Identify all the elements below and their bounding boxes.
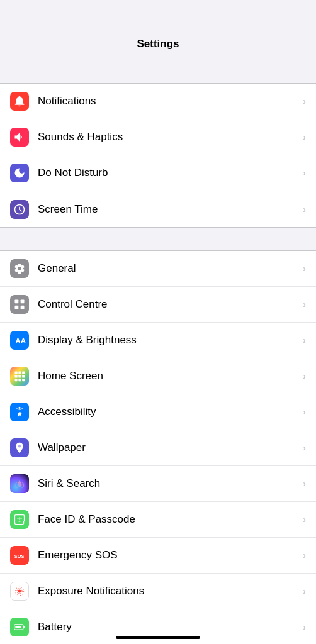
settings-row-wallpaper[interactable]: Wallpaper › (0, 430, 316, 466)
svg-rect-9 (18, 375, 21, 377)
accessibility-icon (10, 402, 29, 421)
battery-label: Battery (38, 621, 298, 633)
settings-row-home-screen[interactable]: Home Screen › (0, 358, 316, 394)
svg-rect-2 (15, 306, 19, 309)
settings-row-dnd[interactable]: Do Not Disturb › (0, 155, 316, 191)
notifications-icon (10, 92, 29, 111)
emergency-sos-icon: SOS (10, 546, 29, 565)
emergency-sos-chevron: › (303, 550, 306, 560)
svg-rect-0 (15, 300, 19, 304)
home-bar (116, 636, 200, 639)
sounds-chevron: › (303, 132, 306, 142)
nav-header: Settings (0, 28, 316, 60)
emergency-sos-label: Emergency SOS (38, 549, 298, 562)
settings-row-general[interactable]: General › (0, 251, 316, 287)
svg-point-16 (16, 445, 18, 447)
wallpaper-chevron: › (303, 443, 306, 453)
svg-point-17 (21, 445, 23, 447)
settings-row-notifications[interactable]: Notifications › (0, 84, 316, 119)
settings-row-sounds[interactable]: Sounds & Haptics › (0, 119, 316, 155)
display-label: Display & Brightness (38, 334, 298, 347)
dnd-icon (10, 164, 29, 182)
screen-time-chevron: › (303, 204, 306, 214)
screen-time-label: Screen Time (38, 203, 298, 216)
svg-rect-25 (15, 626, 21, 628)
settings-row-emergency-sos[interactable]: SOS Emergency SOS › (0, 538, 316, 574)
settings-row-siri[interactable]: Siri & Search › (0, 466, 316, 502)
settings-row-face-id[interactable]: Face ID & Passcode › (0, 502, 316, 538)
wallpaper-label: Wallpaper (38, 441, 298, 454)
wallpaper-icon (10, 438, 29, 457)
face-id-icon (10, 510, 29, 529)
svg-rect-11 (15, 379, 18, 381)
svg-point-14 (18, 407, 20, 409)
home-screen-label: Home Screen (38, 370, 298, 382)
battery-icon (10, 618, 29, 636)
status-bar (0, 0, 316, 28)
svg-point-18 (18, 518, 19, 519)
svg-rect-1 (21, 300, 25, 304)
accessibility-chevron: › (303, 407, 306, 417)
section-1: Notifications › Sounds & Haptics › Do No… (0, 83, 316, 228)
siri-chevron: › (303, 479, 306, 489)
svg-rect-26 (23, 626, 25, 628)
notifications-chevron: › (303, 96, 306, 106)
svg-rect-5 (15, 372, 18, 374)
svg-text:SOS: SOS (14, 553, 25, 559)
svg-text:AA: AA (15, 336, 26, 345)
svg-rect-13 (22, 379, 25, 381)
siri-icon (10, 474, 29, 493)
screen-time-icon (10, 200, 29, 219)
general-chevron: › (303, 264, 306, 274)
exposure-chevron: › (303, 586, 306, 596)
control-centre-label: Control Centre (38, 298, 298, 311)
exposure-label: Exposure Notifications (38, 585, 298, 597)
svg-point-21 (18, 590, 21, 593)
dnd-label: Do Not Disturb (38, 167, 298, 179)
svg-point-19 (21, 518, 22, 519)
siri-label: Siri & Search (38, 477, 298, 490)
svg-rect-7 (22, 372, 25, 374)
accessibility-label: Accessibility (38, 406, 298, 418)
display-icon: AA (10, 331, 29, 350)
home-screen-icon (10, 367, 29, 386)
control-centre-chevron: › (303, 299, 306, 309)
settings-row-control-centre[interactable]: Control Centre › (0, 287, 316, 323)
face-id-chevron: › (303, 514, 306, 525)
svg-rect-6 (18, 372, 21, 374)
svg-rect-12 (18, 379, 21, 381)
sounds-icon (10, 128, 29, 147)
settings-row-screen-time[interactable]: Screen Time › (0, 191, 316, 227)
notifications-label: Notifications (38, 95, 298, 108)
nav-title: Settings (137, 38, 179, 50)
svg-rect-10 (22, 375, 25, 377)
display-chevron: › (303, 335, 306, 345)
sounds-label: Sounds & Haptics (38, 131, 298, 143)
general-icon (10, 259, 29, 278)
control-centre-icon (10, 295, 29, 314)
svg-rect-3 (21, 306, 25, 309)
battery-chevron: › (303, 622, 306, 632)
settings-row-accessibility[interactable]: Accessibility › (0, 394, 316, 430)
svg-rect-8 (15, 375, 18, 377)
home-screen-chevron: › (303, 371, 306, 381)
general-label: General (38, 262, 298, 275)
face-id-label: Face ID & Passcode (38, 513, 298, 526)
exposure-icon (10, 582, 29, 601)
settings-row-exposure[interactable]: Exposure Notifications › (0, 574, 316, 609)
dnd-chevron: › (303, 168, 306, 178)
section-2: General › Control Centre › AA Display & … (0, 250, 316, 644)
settings-row-display[interactable]: AA Display & Brightness › (0, 323, 316, 358)
